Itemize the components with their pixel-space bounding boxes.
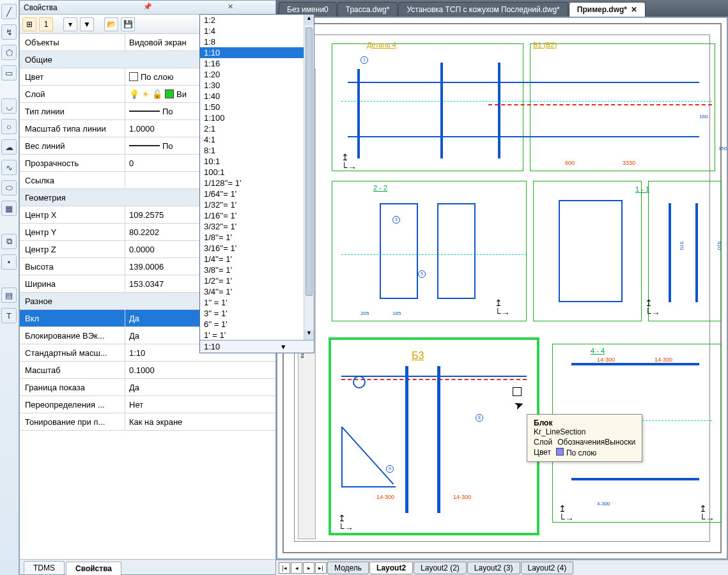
layout-tabs: |◂ ◂ ▸ ▸| Модель Layout2 Layout2 (2) Lay…	[276, 560, 728, 575]
nav-last-icon[interactable]: ▸|	[315, 562, 327, 574]
tool-point-icon[interactable]: •	[1, 254, 17, 270]
dim-3330: 3330	[623, 160, 635, 166]
tool-rect-icon[interactable]: ▭	[1, 65, 17, 80]
scale-option[interactable]: 1:10	[200, 47, 314, 58]
scroll-thumb[interactable]	[306, 27, 313, 296]
scale-option[interactable]: 1/4''= 1'	[200, 254, 314, 264]
b3-triangle	[341, 427, 396, 487]
tool-text-icon[interactable]: T	[1, 308, 17, 323]
tool-revcloud-icon[interactable]: ☁	[1, 139, 17, 155]
chevron-down-icon[interactable]: ▾	[257, 342, 310, 351]
scroll-down-icon[interactable]: ▼	[304, 330, 314, 340]
linetype-sample-icon	[129, 111, 160, 112]
tool-spline-icon[interactable]: ∿	[1, 160, 17, 175]
toolbar-filter-icon[interactable]: ▾	[63, 17, 77, 31]
title-44: 4 - 4	[591, 347, 605, 355]
toolbar-open-icon[interactable]: 📂	[104, 17, 118, 31]
tab-tdms[interactable]: TDMS	[24, 561, 65, 574]
tool-polyline-icon[interactable]: ↯	[1, 24, 17, 40]
tool-line-icon[interactable]: ╱	[1, 4, 17, 19]
scale-option[interactable]: 1/128''= 1'	[200, 178, 314, 188]
scale-option[interactable]: 1:8	[200, 36, 314, 47]
scale-option[interactable]: 3/8''= 1'	[200, 264, 314, 275]
layout-tab-2[interactable]: Layout2 (2)	[414, 562, 467, 574]
scale-option[interactable]: 1'' = 1'	[200, 297, 314, 308]
row-overrides[interactable]: Переопределения ...Нет	[20, 396, 275, 413]
dropdown-scrollbar[interactable]: ▲ ▼	[304, 15, 314, 340]
row-customscale[interactable]: Масштаб0.1000	[20, 362, 275, 379]
scale-option[interactable]: 1:4	[200, 26, 314, 36]
scale-option[interactable]: 3'' = 1'	[200, 308, 314, 319]
scale-option[interactable]: 3/32''= 1'	[200, 221, 314, 232]
scale-option[interactable]: 2:1	[200, 123, 314, 134]
close-icon[interactable]: ✕	[189, 3, 272, 13]
tool-hatch-icon[interactable]: ▦	[1, 201, 17, 216]
left-toolbar: ╱ ↯ ⬠ ▭ ◡ ○ ☁ ∿ ⬭ ▦ ⧉ • ▤ T	[0, 0, 19, 575]
scale-option[interactable]: 1:50	[200, 102, 314, 112]
tool-block-icon[interactable]: ⧉	[1, 234, 17, 249]
toolbar-btn-1[interactable]: ⊞	[22, 17, 36, 31]
nav-next-icon[interactable]: ▸	[303, 562, 314, 574]
scale-option[interactable]: 10:1	[200, 156, 314, 167]
scale-option[interactable]: 3/16''= 1'	[200, 243, 314, 254]
dim-14300a: 14-300	[376, 494, 394, 500]
panel-titlebar[interactable]: Свойства 📌 ✕	[20, 1, 275, 15]
scale-option[interactable]: 6'' = 1'	[200, 319, 314, 330]
scale-option[interactable]: 1' = 1'	[200, 330, 314, 341]
toolbar-btn-2[interactable]: 1	[39, 17, 53, 31]
tooltip-color-value: По слою	[566, 448, 596, 457]
tab-close-icon[interactable]: ✕	[631, 5, 637, 14]
scale-option[interactable]: 4:1	[200, 134, 314, 145]
scale-option[interactable]: 1/8''= 1'	[200, 232, 314, 243]
scale-option[interactable]: 1/16''= 1'	[200, 210, 314, 221]
tool-circle-icon[interactable]: ○	[1, 119, 17, 134]
title-detail: Деталь 4	[367, 41, 396, 49]
scale-option[interactable]: 1/32''= 1'	[200, 199, 314, 210]
row-displayclip[interactable]: Граница показаДа	[20, 379, 275, 396]
drawing-canvas[interactable]: Согласовано | Взам. инв. № | Подпись и д…	[276, 17, 728, 560]
viewport-2[interactable]	[530, 43, 715, 171]
nav-prev-icon[interactable]: ◂	[291, 562, 302, 574]
scale-option[interactable]: 3/4''= 1'	[200, 286, 314, 297]
doc-tab-1[interactable]: Трасса.dwg*	[337, 2, 398, 17]
nav-first-icon[interactable]: |◂	[279, 562, 290, 574]
scale-dropdown[interactable]: 1:21:41:81:101:161:201:301:401:501:1002:…	[199, 14, 314, 353]
tool-table-icon[interactable]: ▤	[1, 288, 17, 303]
scale-option[interactable]: 1:30	[200, 80, 314, 91]
toolbar-funnel-icon[interactable]: ▼	[80, 17, 94, 31]
pickbox-icon	[513, 387, 522, 396]
b3-circle	[353, 376, 366, 388]
scale-option[interactable]: 1:20	[200, 69, 314, 80]
scale-option[interactable]: 8:1	[200, 145, 314, 156]
doc-tab-3[interactable]: Пример.dwg*✕	[569, 2, 646, 17]
scroll-up-icon[interactable]: ▲	[304, 15, 314, 25]
document-tabs: Без имени0 Трасса.dwg* Установка ТСП с к…	[276, 0, 728, 17]
scale-option[interactable]: 1/64''= 1'	[200, 188, 314, 199]
tool-arc-icon[interactable]: ◡	[1, 98, 17, 114]
scale-option[interactable]: 1/2''= 1'	[200, 275, 314, 286]
title-b3: Б3	[412, 350, 424, 362]
objects-label: Объекты	[20, 34, 125, 50]
doc-tab-2[interactable]: Установка ТСП с кожухом Последний.dwg*	[398, 2, 568, 17]
scale-option[interactable]: 1:2	[200, 15, 314, 26]
tab-properties[interactable]: Свойства	[66, 562, 121, 575]
scale-option[interactable]: 1:40	[200, 91, 314, 102]
beam-bot	[348, 136, 699, 137]
scale-option[interactable]: 1:100	[200, 112, 314, 123]
scale-option[interactable]: 100:1	[200, 167, 314, 178]
pin-icon[interactable]: 📌	[106, 3, 189, 13]
layout-tab-1[interactable]: Layout2	[369, 562, 413, 574]
tool-ellipse-icon[interactable]: ⬭	[1, 180, 17, 195]
col-11b	[695, 203, 698, 302]
layout-tab-3[interactable]: Layout2 (3)	[467, 562, 520, 574]
layout-tab-model[interactable]: Модель	[327, 562, 369, 574]
row-shadeplot[interactable]: Тонирование при п...Как на экране	[20, 413, 275, 431]
layout-tab-4[interactable]: Layout2 (4)	[521, 562, 574, 574]
ucs-icon: ↥└→	[341, 152, 357, 172]
ibeam-2	[437, 203, 476, 299]
viewport-1[interactable]	[332, 43, 523, 171]
tool-polygon-icon[interactable]: ⬠	[1, 45, 17, 60]
scale-current-field[interactable]: 1:10 ▾	[200, 341, 314, 353]
scale-option[interactable]: 1:16	[200, 58, 314, 69]
toolbar-save-icon[interactable]: 💾	[121, 17, 135, 31]
